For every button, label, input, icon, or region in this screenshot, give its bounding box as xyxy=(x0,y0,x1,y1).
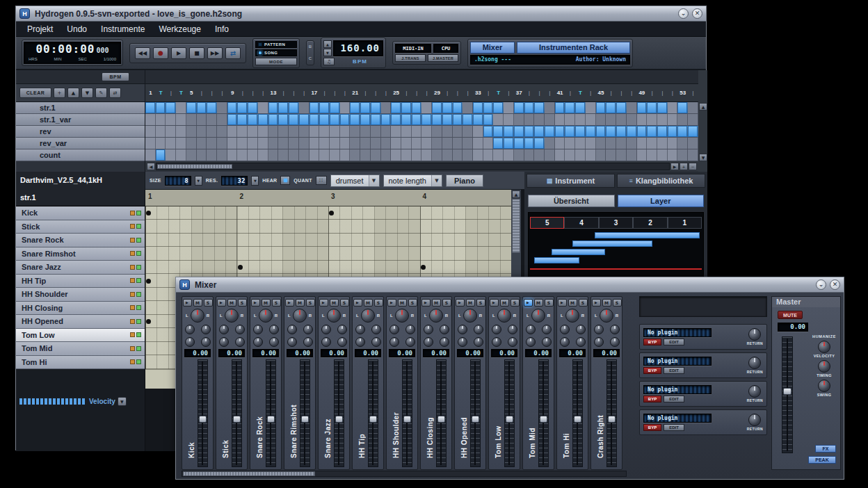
strip-solo-button[interactable]: S xyxy=(613,299,622,307)
menu-instrumente[interactable]: Instrumente xyxy=(94,22,152,36)
layer-bar[interactable] xyxy=(572,241,652,247)
song-grid-cell[interactable] xyxy=(524,114,535,125)
song-grid-cell[interactable] xyxy=(442,149,453,161)
move-pattern-up-button[interactable]: ▲ xyxy=(67,88,79,98)
jack-master-button[interactable]: J.MASTER xyxy=(428,54,458,62)
song-grid-cell[interactable] xyxy=(647,149,657,161)
song-grid-cell[interactable] xyxy=(545,114,555,125)
song-grid-cell[interactable] xyxy=(575,149,586,161)
strip-fader[interactable] xyxy=(300,359,310,467)
song-grid-cell[interactable] xyxy=(688,126,698,137)
song-grid-cell[interactable] xyxy=(473,114,483,125)
strip-fader-thumb[interactable] xyxy=(199,416,207,423)
song-grid-cell[interactable] xyxy=(391,138,401,149)
instrument-row[interactable]: Tom Low xyxy=(16,329,145,343)
song-grid-cell[interactable] xyxy=(401,114,412,125)
strip-fader-thumb[interactable] xyxy=(437,416,445,423)
fx-send-knob[interactable] xyxy=(201,337,211,347)
fx-send-knob[interactable] xyxy=(576,337,586,347)
song-grid-cell[interactable] xyxy=(504,138,514,149)
song-grid-cell[interactable] xyxy=(637,102,648,113)
pan-knob[interactable] xyxy=(293,309,307,323)
song-grid-cell[interactable] xyxy=(237,114,248,125)
timeline-cell[interactable]: | xyxy=(237,84,248,101)
song-grid-cell[interactable] xyxy=(453,114,463,125)
song-grid-cell[interactable] xyxy=(534,138,545,149)
song-grid-cell[interactable] xyxy=(391,102,401,113)
song-grid-cell[interactable] xyxy=(637,126,648,137)
rewind-button[interactable]: ◀◀ xyxy=(135,47,150,59)
song-grid-cell[interactable] xyxy=(421,114,432,125)
scroll-left-button[interactable]: ◀ xyxy=(147,163,155,170)
strip-solo-button[interactable]: S xyxy=(408,299,417,307)
song-grid-cell[interactable] xyxy=(330,149,340,161)
song-grid-cell[interactable] xyxy=(289,126,299,137)
song-grid-cell[interactable] xyxy=(412,138,422,149)
beat-counter-panel[interactable]: B C xyxy=(306,40,314,65)
instrument-solo-led[interactable] xyxy=(136,224,141,229)
timeline-cell[interactable]: | xyxy=(647,84,657,101)
song-grid-cell[interactable] xyxy=(627,102,637,113)
strip-solo-button[interactable]: S xyxy=(340,299,349,307)
song-grid-cell[interactable] xyxy=(217,102,227,113)
strip-fader[interactable] xyxy=(334,359,344,467)
song-grid-cell[interactable] xyxy=(401,102,412,113)
song-grid-cell[interactable] xyxy=(412,126,422,137)
song-grid-cell[interactable] xyxy=(360,149,371,161)
instrument-solo-led[interactable] xyxy=(136,265,141,270)
song-grid-cell[interactable] xyxy=(360,126,371,137)
song-grid-cell[interactable] xyxy=(381,138,392,149)
song-grid-cell[interactable] xyxy=(166,114,176,125)
master-fx-button[interactable]: FX xyxy=(815,445,836,453)
song-grid-cell[interactable] xyxy=(504,114,514,125)
song-grid-cell[interactable] xyxy=(493,138,504,149)
song-grid-cell[interactable] xyxy=(421,138,432,149)
strip-solo-button[interactable]: S xyxy=(306,299,315,307)
strip-mute-button[interactable]: M xyxy=(364,299,373,307)
song-grid-cell[interactable] xyxy=(237,102,248,113)
song-grid-cell[interactable] xyxy=(688,102,698,113)
strip-mute-button[interactable]: M xyxy=(330,299,339,307)
strip-fader-thumb[interactable] xyxy=(301,416,309,423)
song-grid-cell[interactable] xyxy=(688,149,698,161)
song-h-scroll-thumb[interactable] xyxy=(157,164,232,169)
song-grid-cell[interactable] xyxy=(340,138,351,149)
song-grid-cell[interactable] xyxy=(319,114,330,125)
song-grid-cell[interactable] xyxy=(248,138,258,149)
song-grid-cell[interactable] xyxy=(606,114,616,125)
song-track-label[interactable]: rev xyxy=(16,126,145,138)
song-grid-cell[interactable] xyxy=(432,138,442,149)
song-grid-cell[interactable] xyxy=(504,149,514,161)
song-grid-cell[interactable] xyxy=(340,102,351,113)
song-grid-cell[interactable] xyxy=(616,126,627,137)
timeline-tag-area[interactable] xyxy=(145,70,698,84)
master-peak-button[interactable]: PEAK xyxy=(808,456,836,464)
timeline-cell[interactable]: T xyxy=(493,84,504,101)
chevron-down-icon[interactable]: ▼ xyxy=(369,175,379,186)
timeline-cell[interactable]: | xyxy=(371,84,381,101)
song-grid-cell[interactable] xyxy=(565,126,575,137)
fx-send-knob[interactable] xyxy=(201,325,211,334)
strip-solo-button[interactable]: S xyxy=(442,299,451,307)
song-grid-cell[interactable] xyxy=(268,126,279,137)
shade-button[interactable]: ⌄ xyxy=(678,8,689,19)
zoom-in-button[interactable]: + xyxy=(680,163,688,170)
instrument-mute-led[interactable] xyxy=(130,251,135,256)
song-grid-cell[interactable] xyxy=(186,114,197,125)
song-grid-cell[interactable] xyxy=(657,138,668,149)
instrument-row[interactable]: HH Shoulder xyxy=(16,288,145,302)
song-grid-cell[interactable] xyxy=(688,138,698,149)
strip-play-button[interactable]: ▶ xyxy=(558,299,567,307)
song-grid-cell[interactable] xyxy=(647,114,657,125)
mixer-toggle-button[interactable]: Mixer xyxy=(470,42,515,54)
strip-mute-button[interactable]: M xyxy=(432,299,441,307)
layer-cell[interactable]: 4 xyxy=(564,217,598,229)
fx-plugin-display[interactable]: No plugin xyxy=(643,385,712,394)
fx-send-knob[interactable] xyxy=(560,325,570,334)
timeline-cell[interactable]: 49 xyxy=(637,84,648,101)
fx-send-knob[interactable] xyxy=(253,325,263,334)
song-grid-cell[interactable] xyxy=(319,138,330,149)
strip-play-button[interactable]: ▶ xyxy=(592,299,601,307)
fx-bypass-button[interactable]: BYP xyxy=(643,367,661,374)
strip-fader-thumb[interactable] xyxy=(574,416,581,423)
